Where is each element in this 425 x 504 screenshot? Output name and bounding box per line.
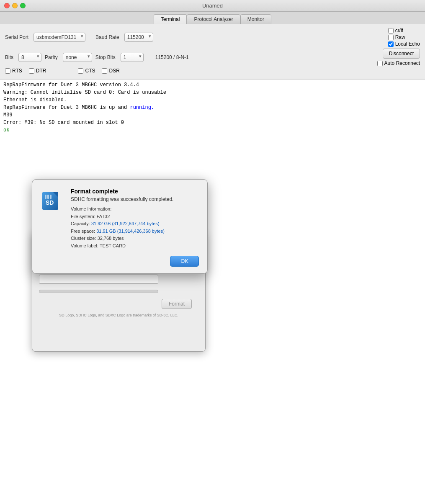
parity-select[interactable]: none [63,53,92,62]
dialog-footer: OK [41,256,199,267]
tab-monitor[interactable]: Monitor [240,14,271,24]
format-complete-dialog: SD Format complete SDHC formatting was s… [32,179,208,274]
tab-terminal[interactable]: Terminal [154,14,187,24]
crlf-row: cr/lf [388,28,403,33]
dsr-checkbox[interactable] [102,68,107,74]
terminal-line-6: Error: M39: No SD card mounted in slot 0 [3,119,422,126]
baud-rate-label: Baud Rate [95,34,119,40]
rts-item: RTS [5,68,22,74]
progress-bar [39,290,158,293]
trademark-text: SD Logo, SDHC Logo, and SDXC Logo are tr… [39,313,198,317]
local-echo-checkbox[interactable] [388,41,394,47]
minimize-button[interactable] [12,3,18,8]
format-complete-title: Format complete [71,188,173,195]
auto-reconnect-checkbox[interactable] [377,61,383,66]
serial-port-wrapper[interactable]: usbmodemFD131 [33,33,85,42]
disconnect-button[interactable]: Disconnect [383,49,420,59]
serial-port-select[interactable]: usbmodemFD131 [33,33,85,42]
dtr-checkbox[interactable] [29,68,34,74]
tab-bar: Terminal Protocol Analyzer Monitor [0,12,425,24]
svg-rect-5 [50,195,52,199]
terminal-line-7: ok [3,126,422,134]
free-space-value: 31.91 GB (31,914,426,368 bytes) [96,229,165,234]
format-complete-subtitle: SDHC formatting was successfully complet… [71,196,173,202]
title-bar-buttons [4,3,26,8]
dsr-label: DSR [109,68,119,74]
auto-reconnect-row: Auto Reconnect [377,60,420,66]
volume-label-info: Volume label: TEST CARD [71,242,173,250]
capacity-label: Capacity: [71,221,91,226]
svg-rect-3 [45,195,46,199]
terminal-line-1: RepRapFirmware for Duet 3 MB6HC version … [3,81,422,89]
bits-select[interactable]: 8 [18,53,41,62]
terminal-line-4: RepRapFirmware for Duet 3 MB6HC is up an… [3,104,422,111]
cluster-size-label: Cluster size: 32,768 bytes [71,235,173,242]
rts-label: RTS [12,68,22,74]
capacity-row: Capacity: 31.92 GB (31,922,847,744 bytes… [71,220,173,228]
signals-row: RTS DTR CTS DSR [5,68,420,74]
stop-bits-select[interactable]: 1 [121,53,144,62]
cts-checkbox[interactable] [78,68,83,74]
filesystem-label: File system: FAT32 [71,213,173,221]
controls-right: cr/lf Raw Local Echo [388,28,420,47]
raw-checkbox[interactable] [388,35,394,40]
stop-bits-wrapper[interactable]: 1 [121,53,144,62]
close-button[interactable] [4,3,10,8]
free-space-label: Free space: [71,229,96,234]
maximize-button[interactable] [20,3,26,8]
parity-label: Parity [45,54,58,60]
baud-rate-select[interactable]: 115200 [124,33,153,42]
terminal-line-3: Ethernet is disabled. [3,96,422,104]
capacity-value: 31.92 GB (31,922,847,744 bytes) [91,221,160,226]
controls-area: Serial Port usbmodemFD131 Baud Rate 1152… [0,24,425,79]
terminal-line-4-blue: running. [130,105,154,111]
window-title: Unamed [202,3,223,9]
raw-row: Raw [388,34,405,40]
sd-card-icon: SD [41,188,64,211]
local-echo-label: Local Echo [395,41,420,47]
crlf-label: cr/lf [395,28,403,33]
terminal-line-2: Warning: Cannot initialise SD card 0: Ca… [3,89,422,96]
title-bar: Unamed [0,0,425,12]
local-echo-row: Local Echo [388,41,420,47]
rts-checkbox[interactable] [5,68,10,74]
bits-label: Bits [5,54,13,60]
parity-wrapper[interactable]: none [63,53,92,62]
volume-info-label: Volume information: [71,206,173,213]
baud-rate-wrapper[interactable]: 115200 [124,33,153,42]
dialog-content: SD Format complete SDHC formatting was s… [41,188,199,250]
volume-info: Volume information: File system: FAT32 C… [71,206,173,250]
dtr-item: DTR [29,68,46,74]
bits-wrapper[interactable]: 8 [18,53,41,62]
terminal-line-5: M39 [3,111,422,119]
dsr-item: DSR [102,68,119,74]
dtr-label: DTR [36,68,46,74]
cts-label: CTS [85,68,95,74]
raw-label: Raw [395,34,405,40]
format-button[interactable]: Format [162,299,192,309]
connection-status: 115200 / 8-N-1 [155,54,189,60]
stop-bits-label: Stop Bits [95,54,116,60]
svg-rect-4 [47,195,49,199]
volume-label-input[interactable] [39,275,158,284]
serial-port-label: Serial Port [5,34,28,40]
ok-button[interactable]: OK [170,256,199,267]
dialog-text: Format complete SDHC formatting was succ… [71,188,173,250]
auto-reconnect-label: Auto Reconnect [384,60,420,66]
terminal-line-4-text: RepRapFirmware for Duet 3 MB6HC is up an… [3,105,130,111]
format-footer: Format [39,299,198,309]
crlf-checkbox[interactable] [388,28,394,33]
free-space-row: Free space: 31.91 GB (31,914,426,368 byt… [71,228,173,235]
cts-item: CTS [78,68,95,74]
svg-text:SD: SD [46,199,54,206]
tab-protocol-analyzer[interactable]: Protocol Analyzer [187,14,240,24]
